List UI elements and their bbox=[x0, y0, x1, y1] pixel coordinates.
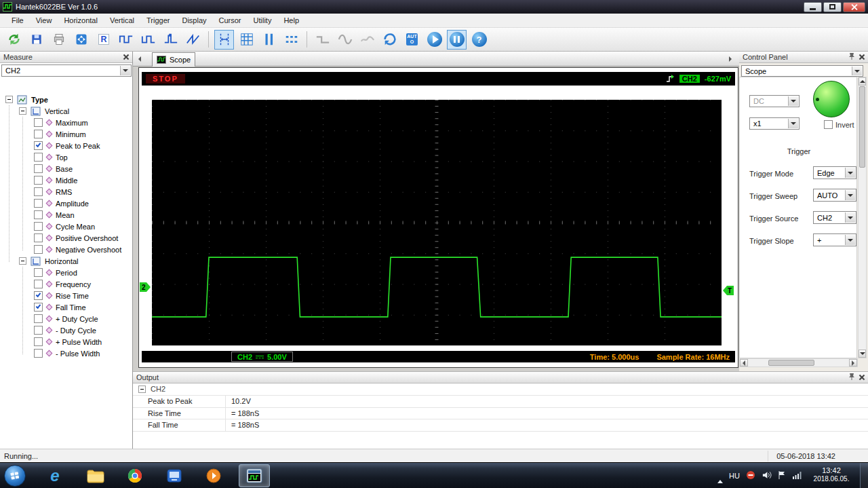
collapse-icon[interactable] bbox=[19, 107, 26, 115]
combo-arrow-icon[interactable] bbox=[845, 168, 855, 178]
pause-icon[interactable] bbox=[447, 30, 467, 50]
measure-item-checkbox[interactable] bbox=[34, 153, 43, 162]
self-calibration-icon[interactable] bbox=[71, 30, 91, 50]
combo-arrow-icon[interactable] bbox=[845, 235, 855, 245]
menu-item[interactable]: Cursor bbox=[213, 14, 248, 26]
scroll-left-icon[interactable] bbox=[740, 359, 748, 367]
measure-item[interactable]: Amplitude bbox=[0, 198, 132, 209]
measure-item-checkbox[interactable] bbox=[34, 130, 43, 138]
vertical-cursors-icon[interactable] bbox=[259, 30, 279, 50]
show-desktop-button[interactable] bbox=[860, 463, 868, 488]
measure-item-checkbox[interactable] bbox=[34, 210, 43, 219]
output-group-row[interactable]: CH2 bbox=[133, 383, 165, 395]
measure-item-checkbox[interactable] bbox=[34, 245, 43, 254]
measure-item[interactable]: Middle bbox=[0, 174, 132, 186]
refresh-icon[interactable] bbox=[380, 30, 399, 50]
scroll-up-icon[interactable] bbox=[859, 77, 866, 86]
combo-arrow-icon[interactable] bbox=[788, 96, 798, 106]
measure-item[interactable]: Minimum bbox=[0, 128, 132, 140]
taskbar-app-blue-button[interactable] bbox=[160, 464, 189, 487]
control-panel-vscrollbar[interactable] bbox=[858, 77, 867, 358]
triangle-wave-icon[interactable] bbox=[183, 30, 203, 50]
output-close-icon[interactable] bbox=[859, 373, 865, 381]
combo-arrow-icon[interactable] bbox=[852, 67, 862, 75]
measure-item-checkbox[interactable] bbox=[34, 176, 43, 185]
measure-item-checkbox[interactable] bbox=[34, 118, 43, 127]
tray-expand-icon[interactable] bbox=[717, 472, 723, 480]
menu-item[interactable]: Utility bbox=[248, 14, 278, 26]
network-icon[interactable] bbox=[792, 470, 803, 481]
menu-item[interactable]: Help bbox=[277, 14, 305, 26]
measure-item-checkbox[interactable] bbox=[34, 268, 43, 277]
taskbar-app-orange-button[interactable] bbox=[199, 464, 228, 487]
coupling-select[interactable]: DC bbox=[749, 95, 800, 107]
tab-scroll-right-icon[interactable] bbox=[726, 54, 735, 64]
language-indicator[interactable]: HU bbox=[729, 472, 740, 480]
collapse-icon[interactable] bbox=[138, 386, 146, 393]
print-icon[interactable] bbox=[49, 30, 68, 50]
measure-tree-root[interactable]: Type bbox=[0, 94, 132, 105]
menu-item[interactable]: Display bbox=[176, 14, 212, 26]
measure-group-vertical[interactable]: Vertical bbox=[0, 105, 132, 117]
control-panel-select[interactable]: Scope bbox=[741, 65, 863, 77]
measure-item[interactable]: + Duty Cycle bbox=[0, 313, 132, 324]
tab-scroll-left-icon[interactable] bbox=[135, 54, 144, 64]
trigger-setting-select[interactable]: AUTO bbox=[813, 189, 856, 202]
measure-item[interactable]: Mean bbox=[0, 209, 132, 221]
measure-item-checkbox[interactable] bbox=[34, 314, 43, 323]
taskbar-explorer-button[interactable] bbox=[81, 464, 110, 487]
trigger-setting-select[interactable]: + bbox=[813, 233, 856, 246]
measure-item[interactable]: Base bbox=[0, 163, 132, 174]
channel-scale-chip[interactable]: CH2 5.00V bbox=[231, 352, 293, 362]
measure-item[interactable]: RMS bbox=[0, 186, 132, 198]
menu-item[interactable]: Horizontal bbox=[58, 14, 104, 26]
measure-item[interactable]: Fall Time bbox=[0, 301, 132, 313]
collapse-icon[interactable] bbox=[5, 96, 13, 103]
tab-scope[interactable]: Scope bbox=[152, 52, 195, 67]
vscroll-thumb[interactable] bbox=[859, 86, 865, 168]
measure-item[interactable]: Maximum bbox=[0, 117, 132, 128]
menu-item[interactable]: View bbox=[30, 14, 58, 26]
measure-item[interactable]: Frequency bbox=[0, 278, 132, 290]
save-icon[interactable] bbox=[26, 30, 46, 50]
measure-item-checkbox[interactable] bbox=[34, 233, 43, 242]
taskbar-chrome-button[interactable] bbox=[121, 464, 149, 487]
autoset-icon[interactable]: AUTO bbox=[402, 30, 422, 50]
measure-item-checkbox[interactable] bbox=[34, 164, 43, 173]
cursor-measure-icon[interactable] bbox=[214, 30, 234, 50]
measure-item-checkbox[interactable] bbox=[34, 187, 43, 196]
taskbar-ie-button[interactable]: e bbox=[41, 464, 69, 487]
measure-item-checkbox[interactable] bbox=[34, 326, 43, 335]
scroll-right-icon[interactable] bbox=[849, 359, 857, 367]
measure-item[interactable]: - Pulse Width bbox=[0, 348, 132, 359]
close-button[interactable] bbox=[843, 2, 865, 12]
measure-item[interactable]: Period bbox=[0, 267, 132, 278]
measure-item-checkbox[interactable] bbox=[34, 199, 43, 208]
measure-group-horizontal[interactable]: Horizontal bbox=[0, 255, 132, 267]
measure-item-checkbox[interactable] bbox=[34, 280, 43, 288]
minimize-button[interactable] bbox=[804, 2, 822, 12]
help-icon[interactable]: ? bbox=[469, 30, 489, 50]
taskbar-hantek-button[interactable] bbox=[239, 464, 270, 487]
measure-item[interactable]: + Pulse Width bbox=[0, 336, 132, 348]
control-panel-hscrollbar[interactable] bbox=[739, 358, 858, 367]
combo-arrow-icon[interactable] bbox=[788, 119, 798, 128]
measure-item[interactable]: Positive Overshoot bbox=[0, 232, 132, 244]
menu-item[interactable]: Trigger bbox=[140, 14, 176, 26]
pin-icon[interactable] bbox=[848, 373, 855, 382]
combo-arrow-icon[interactable] bbox=[845, 212, 855, 223]
tray-update-icon[interactable] bbox=[746, 470, 755, 481]
channel2-position-marker[interactable]: 2 bbox=[140, 282, 151, 292]
pulse-wave-icon[interactable] bbox=[161, 30, 180, 50]
square-wave-icon[interactable] bbox=[116, 30, 136, 50]
maximize-button[interactable] bbox=[823, 2, 842, 12]
square-wave-step-icon[interactable] bbox=[138, 30, 158, 50]
measure-close-icon[interactable] bbox=[123, 53, 129, 61]
horizontal-cursors-icon[interactable] bbox=[281, 30, 301, 50]
measure-item[interactable]: Cycle Mean bbox=[0, 221, 132, 232]
menu-item[interactable]: Vertical bbox=[104, 14, 140, 26]
taskbar-clock[interactable]: 13:42 2018.06.05. bbox=[806, 466, 857, 483]
connect-icon[interactable] bbox=[4, 30, 24, 50]
action-center-flag-icon[interactable] bbox=[778, 470, 786, 481]
measure-item[interactable]: Top bbox=[0, 151, 132, 163]
